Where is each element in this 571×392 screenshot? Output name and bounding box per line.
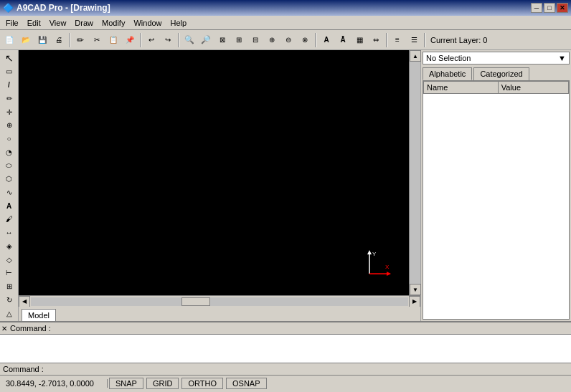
sep1 (69, 33, 70, 47)
tool-rotate[interactable]: ↻ (1, 293, 17, 306)
canvas-hscroll[interactable]: ◀ ▶ (19, 295, 420, 307)
toolbar-z6[interactable]: ⊗ (297, 32, 313, 48)
status-grid[interactable]: GRID (146, 378, 179, 389)
toolbar-print[interactable]: 🖨 (51, 32, 67, 48)
sep5 (386, 33, 387, 47)
toolbar-layer[interactable]: ≡ (390, 32, 405, 48)
toolbar-hatch[interactable]: ▦ (351, 32, 367, 48)
toolbar-t1[interactable]: ✏ (72, 32, 88, 48)
status-ortho[interactable]: ORTHO (181, 378, 223, 389)
toolbar-z4[interactable]: ⊕ (264, 32, 280, 48)
right-panel: No Selection ▼ Alphabetic Categorized Na… (420, 50, 571, 321)
toolbar-z2[interactable]: ⊞ (231, 32, 247, 48)
toolbar-atext[interactable]: Ā (335, 32, 351, 48)
tool-crosshair[interactable]: ✛ (1, 105, 17, 118)
sep6 (424, 33, 425, 47)
title-bar-right: ─ □ ✕ (531, 3, 568, 13)
sep2 (140, 33, 141, 47)
command-area: ✕ Command : Command : (0, 321, 571, 375)
menu-edit[interactable]: Edit (23, 17, 45, 29)
menu-modify[interactable]: Modify (98, 17, 129, 29)
tool-paint[interactable]: 🖌 (1, 213, 17, 226)
status-bar: 30.8449, -2.7013, 0.0000 SNAP GRID ORTHO… (0, 375, 571, 391)
tool-arc[interactable]: ◔ (1, 145, 17, 158)
toolbar-props[interactable]: ☰ (406, 32, 422, 48)
right-panel-header: No Selection ▼ (421, 50, 571, 66)
menu-view[interactable]: View (45, 17, 71, 29)
selection-label: No Selection (426, 54, 471, 62)
svg-text:X: X (385, 264, 390, 270)
canvas-vscroll[interactable]: ▲ ▼ (409, 50, 420, 295)
col-name: Name (424, 82, 499, 94)
toolbar-zoom-out[interactable]: 🔍 (181, 32, 197, 48)
toolbar-cut[interactable]: ✂ (89, 32, 105, 48)
toolbar-open[interactable]: 📂 (18, 32, 34, 48)
tool-ellipse[interactable]: ⬭ (1, 159, 17, 172)
status-osnap[interactable]: OSNAP (226, 378, 267, 389)
tool-line[interactable]: / (1, 79, 17, 92)
current-layer-label: Current Layer: 0 (428, 36, 490, 44)
toolbar-redo[interactable]: ↪ (160, 32, 176, 48)
sep4 (315, 33, 316, 47)
toolbar-dim[interactable]: ⇔ (368, 32, 384, 48)
tab-bar: Model (19, 307, 420, 321)
vscroll-down[interactable]: ▼ (410, 284, 421, 295)
maximize-button[interactable]: □ (544, 3, 555, 13)
status-coords: 30.8449, -2.7013, 0.0000 (0, 379, 108, 388)
title-bar-left: 🔷 A9CAD Pro - [Drawing] (3, 3, 110, 13)
selection-dropdown[interactable]: No Selection ▼ (423, 52, 570, 64)
tool-snap[interactable]: ⊕ (1, 119, 17, 132)
tool-pencil[interactable]: ✏ (1, 92, 17, 105)
toolbar-z5[interactable]: ⊖ (280, 32, 296, 48)
toolbar-zoom-in[interactable]: 🔎 (198, 32, 214, 48)
properties-table-inner: Name Value (423, 81, 569, 94)
tool-triangle[interactable]: △ (1, 307, 17, 320)
menu-help[interactable]: Help (166, 17, 192, 29)
tool-rectangle[interactable]: ▭ (1, 65, 17, 78)
tool-text[interactable]: A (1, 199, 17, 212)
tool-measure[interactable]: ⊢ (1, 267, 17, 279)
tool-select[interactable]: ↖ (1, 52, 17, 64)
menu-draw[interactable]: Draw (70, 17, 98, 29)
tab-model[interactable]: Model (22, 309, 56, 321)
toolbar-new[interactable]: 📄 (1, 32, 17, 48)
toolbar-undo[interactable]: ↩ (143, 32, 159, 48)
command-close-btn[interactable]: ✕ (1, 325, 7, 333)
close-button[interactable]: ✕ (557, 3, 568, 13)
status-snap[interactable]: SNAP (109, 378, 143, 389)
vscroll-track[interactable] (410, 62, 420, 284)
toolbar-z3[interactable]: ⊟ (247, 32, 263, 48)
svg-text:Y: Y (372, 251, 377, 257)
tool-snap3[interactable]: ◇ (1, 253, 17, 266)
axes-indicator: Y X (362, 249, 391, 277)
tab-categorized[interactable]: Categorized (473, 67, 529, 80)
toolbar-paste[interactable]: 📌 (122, 32, 138, 48)
toolbar-copy[interactable]: 📋 (105, 32, 121, 48)
toolbar-text[interactable]: A (318, 32, 334, 48)
canvas-area: Y X ▲ ▼ ◀ (19, 50, 420, 321)
main-toolbar: 📄 📂 💾 🖨 ✏ ✂ 📋 📌 ↩ ↪ 🔍 🔎 ⊠ ⊞ ⊟ ⊕ ⊖ ⊗ A Ā … (0, 30, 571, 50)
tool-polygon[interactable]: ⬡ (1, 173, 17, 186)
command-input[interactable] (0, 335, 571, 363)
tool-snap2[interactable]: ◈ (1, 240, 17, 253)
minimize-button[interactable]: ─ (531, 3, 542, 13)
title-text: A9CAD Pro - [Drawing] (16, 3, 110, 13)
vscroll-up[interactable]: ▲ (410, 50, 421, 62)
tool-spline[interactable]: ∿ (1, 186, 17, 199)
hscroll-left[interactable]: ◀ (19, 296, 30, 307)
toolbar-z1[interactable]: ⊠ (214, 32, 230, 48)
menu-file[interactable]: File (1, 17, 23, 29)
toolbar-save[interactable]: 💾 (34, 32, 50, 48)
tool-circle[interactable]: ○ (1, 133, 17, 145)
hscroll-thumb[interactable] (181, 297, 210, 306)
drawing-canvas[interactable]: Y X (19, 50, 409, 295)
hscroll-right[interactable]: ▶ (409, 296, 420, 307)
menu-window[interactable]: Window (129, 17, 166, 29)
hscroll-track[interactable] (31, 297, 408, 306)
svg-marker-4 (387, 272, 391, 276)
tab-alphabetic[interactable]: Alphabetic (423, 67, 472, 80)
svg-marker-1 (367, 250, 372, 254)
tool-dimension[interactable]: ↔ (1, 226, 17, 239)
tool-block[interactable]: ⊞ (1, 280, 17, 293)
app-icon: 🔷 (3, 3, 14, 13)
